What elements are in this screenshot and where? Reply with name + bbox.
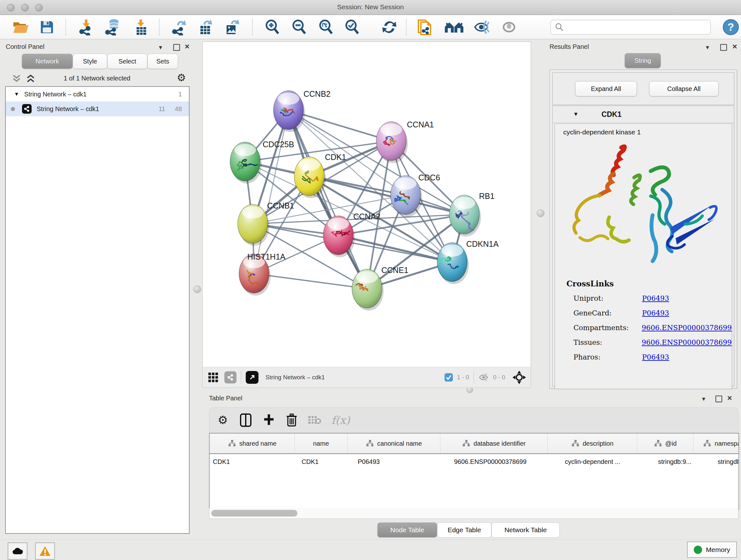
- column-header-canonical-name[interactable]: canonical name: [347, 434, 441, 453]
- add-column-plus-icon[interactable]: [264, 414, 275, 427]
- table-cell[interactable]: stringdb:9...: [653, 458, 713, 465]
- column-header-namespace[interactable]: namespace: [693, 434, 739, 453]
- refresh-view-button[interactable]: [378, 18, 401, 36]
- panel-float-icon[interactable]: [173, 44, 180, 51]
- window-title: Session: New Session: [0, 3, 741, 11]
- table-cell[interactable]: stringdb: [713, 458, 739, 465]
- tab-sets[interactable]: Sets: [147, 54, 178, 69]
- panel-float-icon[interactable]: [720, 44, 727, 51]
- column-header-@id[interactable]: @id: [637, 434, 693, 453]
- expand-all-button[interactable]: Expand All: [575, 81, 637, 97]
- memory-button[interactable]: Memory: [687, 542, 737, 558]
- birds-eye-grid-icon[interactable]: [208, 372, 219, 383]
- network-view-canvas[interactable]: CCNB2CCNA1CDC25BCDK1CDC6RB1CCNB1CCNA2CDK…: [202, 42, 531, 368]
- export-network-button[interactable]: [169, 18, 191, 36]
- column-label: shared name: [239, 440, 277, 447]
- column-header-description[interactable]: description: [548, 434, 637, 453]
- help-button[interactable]: ?: [720, 18, 741, 36]
- collection-expand-icon[interactable]: ▼: [14, 91, 19, 97]
- network-share-icon[interactable]: [224, 371, 237, 383]
- show-columns-icon[interactable]: [239, 413, 252, 427]
- crosslink-link[interactable]: 9606.ENSP00000378699: [642, 324, 732, 332]
- export-image-icon: [225, 19, 241, 36]
- open-session-button[interactable]: [10, 18, 32, 36]
- open-in-window-icon[interactable]: [246, 371, 259, 384]
- crosslink-link[interactable]: P06493: [642, 309, 669, 317]
- save-session-button[interactable]: [36, 18, 58, 36]
- string-import-button[interactable]: [414, 18, 436, 36]
- tab-edge-table[interactable]: Edge Table: [437, 522, 491, 538]
- table-row[interactable]: CDK1CDK1P064939606.ENSP00000378699cyclin…: [210, 454, 738, 469]
- delete-column-trash-icon[interactable]: [286, 413, 297, 427]
- panel-close-icon[interactable]: ✕: [185, 44, 190, 50]
- zoom-in-button[interactable]: [261, 18, 283, 36]
- network-row[interactable]: String Network – cdk1 11 48: [6, 102, 189, 116]
- fit-selected-crosshair-icon[interactable]: [512, 370, 526, 384]
- crosslink-row: Pharos:P06493: [574, 350, 732, 364]
- network-collection-row[interactable]: ▼ String Network – cdk1 1: [6, 87, 189, 102]
- zoom-selected-button[interactable]: [341, 18, 363, 36]
- table-cell[interactable]: cyclin-dependent ...: [560, 458, 653, 465]
- panel-float-icon[interactable]: [716, 395, 722, 402]
- toolbar-divider: [159, 19, 159, 36]
- import-network-database-button[interactable]: [102, 18, 125, 36]
- node-label-HIST1H1A: HIST1H1A: [247, 252, 286, 261]
- search-input[interactable]: [566, 21, 711, 34]
- hidden-eye-icon[interactable]: [478, 373, 490, 382]
- help-icon: ?: [723, 19, 739, 36]
- bottom-statusbar: Memory: [0, 540, 741, 560]
- crosslink-link[interactable]: P06493: [642, 294, 669, 302]
- tab-node-table[interactable]: Node Table: [377, 522, 437, 538]
- entry-collapse-icon[interactable]: ▼: [573, 111, 579, 118]
- tab-select[interactable]: Select: [107, 54, 147, 69]
- table-cell[interactable]: CDK1: [296, 458, 353, 465]
- network-edge-HIST1H1A-CCNE1[interactable]: [254, 273, 367, 289]
- crosslink-link[interactable]: P06493: [642, 353, 669, 361]
- tab-string[interactable]: String: [624, 53, 661, 68]
- column-header-database-identifier[interactable]: database identifier: [441, 434, 548, 453]
- table-horizontal-scrollbar[interactable]: [209, 508, 738, 519]
- cloud-button[interactable]: [8, 543, 27, 560]
- import-network-file-button[interactable]: [75, 18, 97, 36]
- delete-table-icon: [308, 415, 322, 426]
- panel-menu-icon[interactable]: ▾: [159, 44, 162, 51]
- column-header-shared-name[interactable]: shared name: [210, 434, 295, 453]
- table-cell[interactable]: P06493: [353, 458, 449, 465]
- collapse-all-button[interactable]: Collapse All: [649, 81, 719, 97]
- show-hidden-button[interactable]: [498, 18, 520, 36]
- panel-close-icon[interactable]: ✕: [727, 395, 732, 401]
- selected-checkbox-icon[interactable]: [444, 373, 453, 382]
- scrollbar-thumb[interactable]: [211, 510, 297, 516]
- node-table[interactable]: shared namenamecanonical namedatabase id…: [209, 433, 739, 509]
- results-panel-title: Results Panel: [549, 43, 589, 51]
- export-table-button[interactable]: [195, 18, 218, 36]
- panel-menu-icon[interactable]: ▾: [702, 395, 705, 402]
- tab-network[interactable]: Network: [22, 54, 73, 69]
- memory-status-icon: [694, 546, 702, 554]
- table-cell[interactable]: 9606.ENSP00000378699: [449, 458, 560, 465]
- panel-menu-icon[interactable]: ▾: [706, 44, 709, 51]
- network-edge-CCNB2-CCNE1[interactable]: [288, 110, 367, 289]
- crosslink-link[interactable]: 9606.ENSP00000378699: [642, 338, 732, 347]
- network-options-gear-icon[interactable]: ⚙: [177, 71, 186, 84]
- tab-network-table[interactable]: Network Table: [491, 522, 560, 538]
- export-image-button[interactable]: [221, 18, 244, 36]
- zoom-fit-button[interactable]: [315, 18, 337, 36]
- toolbar-divider: [65, 19, 66, 36]
- tab-style[interactable]: Style: [73, 54, 107, 69]
- zoom-out-icon: [291, 19, 307, 36]
- show-all-networks-button[interactable]: [443, 18, 465, 36]
- node-gloss: [327, 218, 349, 230]
- zoom-out-button[interactable]: [288, 18, 310, 36]
- column-label: canonical name: [377, 440, 422, 447]
- table-settings-gear-icon[interactable]: ⚙: [218, 414, 228, 427]
- left-splitter-grip[interactable]: [193, 286, 201, 293]
- table-cell[interactable]: CDK1: [210, 458, 296, 465]
- hide-selected-button[interactable]: [471, 18, 493, 36]
- right-splitter-grip[interactable]: [537, 209, 544, 217]
- panel-close-icon[interactable]: ✕: [732, 44, 738, 50]
- warnings-button[interactable]: [35, 543, 55, 560]
- import-table-file-button[interactable]: [130, 18, 152, 36]
- column-header-name[interactable]: name: [295, 434, 347, 453]
- network-edge-CCNA2-CDKN1A[interactable]: [338, 235, 452, 262]
